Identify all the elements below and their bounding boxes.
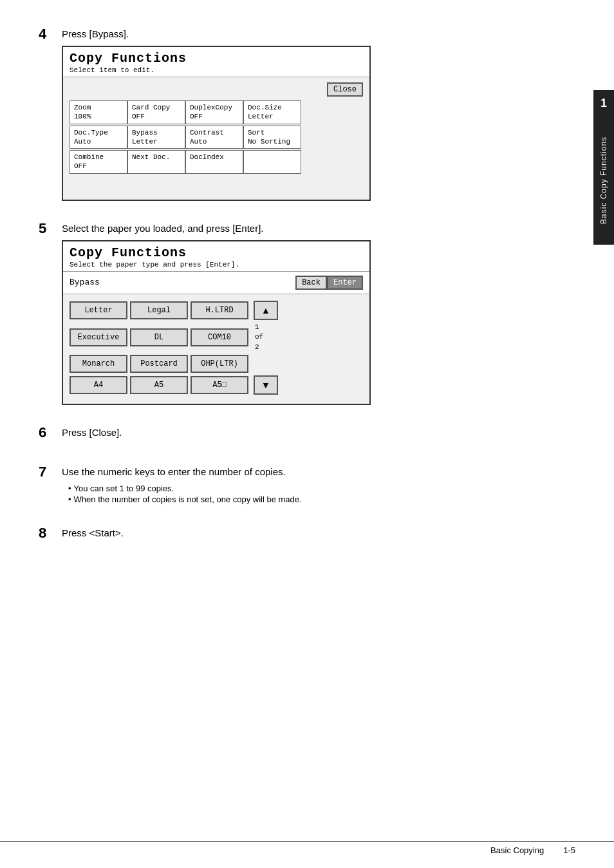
bypass-buttons: Back Enter — [295, 276, 363, 290]
chapter-number: 1 — [600, 97, 607, 110]
bullet-2: When the number of copies is not set, on… — [68, 495, 575, 504]
step-6-text: Press [Close]. — [62, 427, 575, 438]
back-button[interactable]: Back — [295, 276, 327, 290]
grid-card-copy[interactable]: Card CopyOFF — [127, 100, 185, 124]
screen-2-title: Copy Functions — [70, 245, 363, 260]
footer-left: Basic Copying — [490, 845, 544, 855]
screen-1-padding — [70, 175, 363, 194]
step-7-text: Use the numeric keys to enter the number… — [62, 466, 575, 477]
com10-button[interactable]: COM10 — [191, 328, 248, 346]
grid-contrast[interactable]: ContrastAuto — [185, 126, 243, 149]
step-4: 4 Press [Bypass]. Copy Functions Select … — [39, 26, 575, 201]
step-5-number: 5 — [39, 220, 62, 237]
ohp-ltr-button[interactable]: OHP(LTR) — [191, 355, 248, 373]
grid-combine[interactable]: CombineOFF — [70, 150, 127, 174]
screen-1-close-row: Close — [70, 82, 363, 97]
step-6-content: Press [Close]. — [62, 424, 575, 444]
screen-2-header: Copy Functions Select the paper type and… — [63, 241, 369, 272]
screen-1-mockup: Copy Functions Select item to edit. Clos… — [62, 46, 371, 201]
grid-row-1: Zoom100% Card CopyOFF DuplexCopyOFF Doc.… — [70, 100, 363, 124]
screen-1-header: Copy Functions Select item to edit. — [63, 47, 369, 77]
legal-button[interactable]: Legal — [130, 301, 188, 319]
hltrd-button[interactable]: H.LTRD — [191, 301, 248, 319]
footer-right: 1-5 — [563, 845, 575, 855]
step-6-number: 6 — [39, 424, 62, 441]
dl-button[interactable]: DL — [130, 328, 188, 346]
chapter-title: Basic Copy Functions — [599, 137, 608, 224]
step-8-content: Press <Start>. — [62, 525, 575, 545]
monarch-button[interactable]: Monarch — [70, 355, 127, 373]
screen-1-subtitle: Select item to edit. — [70, 66, 363, 74]
main-content: 4 Press [Bypass]. Copy Functions Select … — [39, 26, 575, 545]
close-button[interactable]: Close — [327, 82, 363, 97]
bypass-label: Bypass — [70, 278, 100, 287]
grid-doc-size[interactable]: Doc.SizeLetter — [243, 100, 301, 124]
step-6: 6 Press [Close]. — [39, 424, 575, 444]
step-8-number: 8 — [39, 525, 62, 542]
chapter-title-tab: Basic Copy Functions — [593, 116, 614, 245]
paper-grid: Letter Legal H.LTRD ▲ Executive DL COM10… — [63, 294, 369, 404]
screen-2-mockup: Copy Functions Select the paper type and… — [62, 240, 371, 405]
postcard-button[interactable]: Postcard — [130, 355, 188, 373]
grid-row-2: Doc.TypeAuto BypassLetter ContrastAuto S… — [70, 126, 363, 149]
step-5-content: Select the paper you loaded, and press [… — [62, 220, 575, 405]
grid-doc-index[interactable]: DocIndex — [185, 150, 243, 174]
letter-button[interactable]: Letter — [70, 301, 127, 319]
bypass-row: Bypass Back Enter — [63, 272, 369, 294]
step-7-content: Use the numeric keys to enter the number… — [62, 464, 575, 505]
step-7-number: 7 — [39, 464, 62, 480]
step-8-text: Press <Start>. — [62, 527, 575, 538]
screen-1-body: Close Zoom100% Card CopyOFF DuplexCopyOF… — [63, 77, 369, 200]
a5-button[interactable]: A5 — [130, 376, 188, 394]
step-5: 5 Select the paper you loaded, and press… — [39, 220, 575, 405]
grid-zoom[interactable]: Zoom100% — [70, 100, 127, 124]
grid-empty — [243, 150, 301, 174]
a4-button[interactable]: A4 — [70, 376, 127, 394]
step-4-content: Press [Bypass]. Copy Functions Select it… — [62, 26, 575, 201]
up-arrow-button[interactable]: ▲ — [254, 301, 278, 320]
step-4-text: Press [Bypass]. — [62, 28, 575, 39]
paper-row-1: Letter Legal H.LTRD ▲ — [70, 301, 363, 320]
step-4-number: 4 — [39, 26, 62, 42]
page-footer: Basic Copying 1-5 — [0, 841, 614, 855]
paper-row-2: Executive DL COM10 1of2 — [70, 323, 363, 352]
step-7-bullets: You can set 1 to 99 copies. When the num… — [68, 484, 575, 504]
page-indicator: 1of2 — [255, 323, 263, 352]
enter-button[interactable]: Enter — [327, 276, 363, 290]
grid-row-3: CombineOFF Next Doc. DocIndex — [70, 150, 363, 174]
grid-bypass[interactable]: BypassLetter — [127, 126, 185, 149]
grid-doc-type[interactable]: Doc.TypeAuto — [70, 126, 127, 149]
paper-row-4: A4 A5 A5□ ▼ — [70, 375, 363, 395]
step-5-text: Select the paper you loaded, and press [… — [62, 223, 575, 234]
chapter-number-tab: 1 — [593, 90, 614, 116]
down-arrow-button[interactable]: ▼ — [254, 375, 278, 395]
screen-2-subtitle: Select the paper type and press [Enter]. — [70, 261, 363, 269]
screen-1-title: Copy Functions — [70, 51, 363, 66]
grid-sort[interactable]: SortNo Sorting — [243, 126, 301, 149]
grid-duplex-copy[interactable]: DuplexCopyOFF — [185, 100, 243, 124]
executive-button[interactable]: Executive — [70, 328, 127, 346]
a5d-button[interactable]: A5□ — [191, 376, 248, 394]
bullet-1: You can set 1 to 99 copies. — [68, 484, 575, 493]
step-8: 8 Press <Start>. — [39, 525, 575, 545]
paper-row-3: Monarch Postcard OHP(LTR) — [70, 355, 363, 373]
step-7: 7 Use the numeric keys to enter the numb… — [39, 464, 575, 505]
grid-next-doc[interactable]: Next Doc. — [127, 150, 185, 174]
